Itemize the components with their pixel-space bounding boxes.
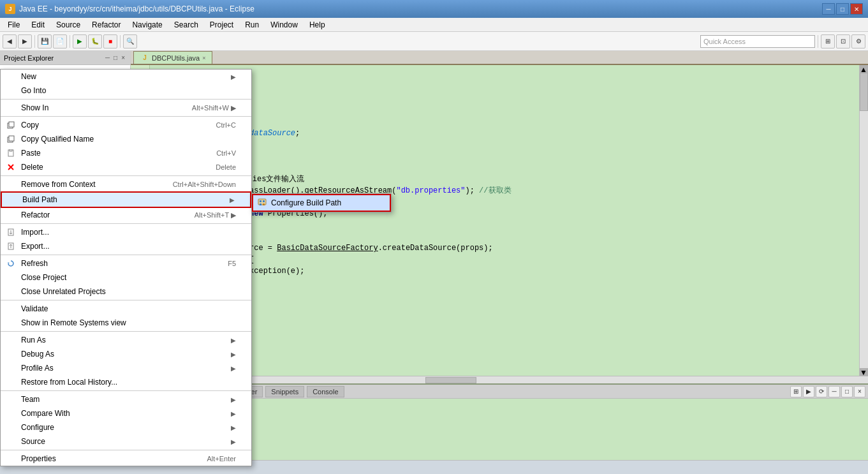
editor-scrollbar[interactable]: ▲ ▼ [859, 65, 868, 376]
new-button[interactable]: 📄 [53, 34, 67, 48]
perspective-button[interactable]: ⊞ [821, 34, 835, 48]
cm-run-as[interactable]: Run As ▶ [1, 333, 251, 347]
code-line-16: taSource dataSource = BasicDataSourceFac… [158, 242, 851, 254]
project-explorer-header: Project Explorer ─ □ × [0, 51, 130, 65]
cm-sep-5 [1, 255, 251, 255]
cm-import[interactable]: Import... [1, 225, 251, 239]
stop-button[interactable]: ■ [103, 34, 117, 48]
cm-run-as-arrow: ▶ [231, 337, 236, 344]
bottom-toolbar-maximize[interactable]: □ [841, 386, 853, 397]
cm-copy[interactable]: Copy Ctrl+C [1, 118, 251, 132]
search-toolbar-button[interactable]: 🔍 [123, 34, 137, 48]
menu-project[interactable]: Project [205, 19, 239, 31]
quick-access-input[interactable]: Quick Access [700, 35, 815, 48]
bottom-toolbar-minimize[interactable]: ─ [828, 386, 840, 397]
code-editor[interactable]: eima.jdbc.utils; InputStream; BCPUtils {… [150, 65, 859, 376]
menu-edit[interactable]: Edit [26, 19, 50, 31]
bottom-tab-console[interactable]: Console [307, 386, 344, 397]
cm-properties[interactable]: Properties Alt+Enter [1, 452, 251, 466]
cm-show-in[interactable]: Show In Alt+Shift+W ▶ [1, 101, 251, 115]
cm-go-into-label: Go Into [21, 86, 46, 95]
close-panel-button[interactable]: × [120, 54, 126, 62]
cm-team[interactable]: Team ▶ [1, 392, 251, 406]
code-line-9 [158, 162, 851, 174]
scrollbar-up-arrow[interactable]: ▲ [860, 65, 868, 73]
cm-go-into[interactable]: Go Into [1, 84, 251, 98]
cm-copy-qualified[interactable]: Copy Qualified Name [1, 132, 251, 146]
h-scrollbar-thumb[interactable] [425, 377, 476, 383]
forward-button[interactable]: ▶ [18, 34, 32, 48]
maximize-button[interactable]: □ [836, 3, 849, 15]
scrollbar-thumb[interactable] [860, 73, 868, 111]
cm-run-as-label: Run As [21, 336, 46, 344]
cm-close-unrelated[interactable]: Close Unrelated Projects [1, 285, 251, 299]
menu-source[interactable]: Source [51, 19, 85, 31]
menu-navigate[interactable]: Navigate [127, 19, 167, 31]
menu-file[interactable]: File [3, 19, 25, 31]
cm-close-unrelated-label: Close Unrelated Projects [21, 287, 106, 296]
cm-delete[interactable]: Delete Delete [1, 160, 251, 174]
code-line-17: n (Exception e) { [158, 254, 851, 265]
toolbar-separator-3 [120, 35, 121, 48]
cm-remove-context[interactable]: Remove from Context Ctrl+Alt+Shift+Down [1, 177, 251, 191]
cm-close-project[interactable]: Close Project [1, 270, 251, 285]
minimize-panel-button[interactable]: ─ [104, 54, 111, 62]
menu-run[interactable]: Run [240, 19, 264, 31]
cm-paste-label: Paste [21, 149, 41, 158]
cm-refresh[interactable]: Refresh F5 [1, 256, 251, 270]
cm-new[interactable]: New ▶ [1, 70, 251, 84]
back-button[interactable]: ◀ [3, 34, 17, 48]
cm-configure[interactable]: Configure ▶ [1, 420, 251, 434]
cm-refactor[interactable]: Refactor Alt+Shift+T ▶ [1, 208, 251, 222]
panel-controls: ─ □ × [104, 54, 126, 62]
bottom-tab-snippets[interactable]: Snippets [265, 386, 304, 397]
cm-paste[interactable]: Paste Ctrl+V [1, 146, 251, 160]
cm-show-remote[interactable]: Show in Remote Systems view [1, 316, 251, 330]
run-button[interactable]: ▶ [73, 34, 87, 48]
menu-search[interactable]: Search [169, 19, 203, 31]
bottom-toolbar-btn3[interactable]: ⟳ [816, 386, 827, 397]
cm-properties-label: Properties [21, 454, 56, 463]
cm-profile-as[interactable]: Profile As ▶ [1, 361, 251, 375]
gear-button[interactable]: ⚙ [851, 34, 865, 48]
maximize-panel-button[interactable]: □ [112, 54, 119, 62]
menu-bar: File Edit Source Refactor Navigate Searc… [0, 18, 868, 32]
code-line-10: 1, 加载找到properties文件输入流 [158, 174, 851, 185]
minimize-button[interactable]: ─ [822, 3, 835, 15]
sm-configure-build-path[interactable]: Configure Build Path [252, 194, 391, 212]
copy-icon [6, 120, 16, 130]
editor-tab-dbcputils[interactable]: J DBCPUtils.java × [133, 51, 212, 64]
cm-sep-9 [1, 450, 251, 450]
menu-help[interactable]: Help [304, 19, 330, 31]
copy-qualified-icon [6, 134, 16, 144]
delete-icon [6, 162, 16, 172]
cm-debug-as[interactable]: Debug As ▶ [1, 347, 251, 361]
sm-configure-build-path-label: Configure Build Path [271, 198, 341, 207]
cm-compare-with-arrow: ▶ [231, 410, 236, 417]
toolbar: ◀ ▶ 💾 📄 ▶ 🐛 ■ 🔍 Quick Access ⊞ ⊡ ⚙ [0, 32, 868, 51]
import-icon [6, 227, 16, 237]
scrollbar-down-arrow[interactable]: ▼ [860, 368, 868, 376]
cm-validate[interactable]: Validate [1, 302, 251, 316]
cm-build-path[interactable]: Build Path ▶ [1, 191, 251, 208]
editor-tab-close[interactable]: × [202, 55, 205, 61]
configure-build-path-icon [257, 198, 267, 208]
cm-restore-local[interactable]: Restore from Local History... [1, 375, 251, 389]
save-button[interactable]: 💾 [38, 34, 52, 48]
open-perspective-button[interactable]: ⊡ [836, 34, 850, 48]
menu-window[interactable]: Window [265, 19, 303, 31]
cm-export[interactable]: Export... [1, 239, 251, 253]
bottom-toolbar-btn1[interactable]: ⊞ [790, 386, 802, 397]
bottom-toolbar-close[interactable]: × [854, 386, 865, 397]
menu-refactor[interactable]: Refactor [87, 19, 126, 31]
console-tab-label: Console [313, 388, 338, 396]
close-button[interactable]: ✕ [850, 3, 863, 15]
debug-button[interactable]: 🐛 [88, 34, 102, 48]
toolbar-separator-2 [70, 35, 70, 48]
editor-tab-label: DBCPUtils.java [152, 54, 200, 62]
code-line-6: atic DataSource dataSource; [158, 128, 851, 139]
cm-sep-2 [1, 116, 251, 117]
bottom-toolbar-btn2[interactable]: ▶ [803, 386, 814, 397]
cm-compare-with[interactable]: Compare With ▶ [1, 406, 251, 420]
cm-source[interactable]: Source ▶ [1, 434, 251, 448]
